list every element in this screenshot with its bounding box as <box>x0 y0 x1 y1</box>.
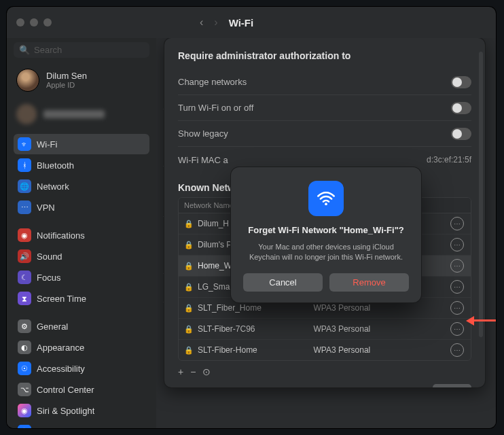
row-more-icon[interactable]: ⋯ <box>450 280 464 294</box>
row-more-icon[interactable]: ⋯ <box>450 301 464 315</box>
nav-controls: ‹ › Wi-Fi <box>200 16 253 29</box>
sidebar-item-controlcenter[interactable]: ⌥ Control Center <box>14 379 149 400</box>
wifi-icon: ᯤ <box>18 137 31 151</box>
row-more-icon[interactable]: ⋯ <box>450 238 464 251</box>
bluetooth-icon: ᚼ <box>18 158 31 172</box>
hourglass-icon: ⧗ <box>18 292 31 305</box>
sidebar-item-siri[interactable]: ◉ Siri & Spotlight <box>14 400 149 421</box>
table-row[interactable]: 🔒SLT-Fiber-7C96WPA3 Personal⋯ <box>179 319 471 340</box>
row-more-icon[interactable]: ⋯ <box>450 343 464 357</box>
back-button[interactable]: ‹ <box>200 16 203 29</box>
family-row[interactable] <box>14 100 149 128</box>
control-icon: ⌥ <box>18 383 31 396</box>
sound-icon: 🔊 <box>18 249 31 263</box>
apple-id-row[interactable]: Dilum Sen Apple ID <box>14 65 149 96</box>
mac-address-value: d:3c:ef:21:5f <box>427 155 471 164</box>
siri-icon: ◉ <box>18 404 31 417</box>
forget-network-dialog: Forget Wi-Fi Network "Home_Wi-Fi"? Your … <box>231 167 421 302</box>
sidebar-item-general[interactable]: ⚙ General <box>14 316 149 336</box>
moon-icon: ☾ <box>18 271 31 284</box>
vpn-icon: ⋯ <box>18 201 31 214</box>
table-row[interactable]: 🔒SLT-Fiber-HomeWPA3 Personal⋯ <box>179 340 471 360</box>
show-legacy-row: Show legacy <box>178 121 471 147</box>
appearance-icon: ◐ <box>18 341 31 354</box>
user-sub: Apple ID <box>46 81 87 89</box>
minimize-window-button[interactable] <box>30 18 38 27</box>
avatar <box>16 69 39 92</box>
close-window-button[interactable] <box>16 18 24 27</box>
row-more-icon[interactable]: ⋯ <box>450 322 464 336</box>
lock-icon: 🔒 <box>184 283 194 292</box>
sidebar-item-vpn[interactable]: ⋯ VPN <box>14 197 149 218</box>
gear-icon: ⚙ <box>18 319 31 333</box>
scrollbar[interactable] <box>479 52 483 337</box>
wifi-icon <box>308 181 344 216</box>
toggle[interactable] <box>451 102 471 114</box>
search-placeholder: Search <box>34 45 62 55</box>
admin-auth-heading: Require administrator authorization to <box>178 50 471 61</box>
hand-icon: ✋ <box>18 425 31 428</box>
table-toolbar: + − ⊙ <box>178 366 471 377</box>
traffic-lights[interactable] <box>16 18 52 27</box>
sidebar-item-bluetooth[interactable]: ᚼ Bluetooth <box>14 155 149 175</box>
forward-button[interactable]: › <box>214 16 217 29</box>
bell-icon: ◉ <box>18 228 31 242</box>
sidebar-item-focus[interactable]: ☾ Focus <box>14 267 149 288</box>
sidebar-item-network[interactable]: 🌐 Network <box>14 176 149 196</box>
dialog-title: Forget Wi-Fi Network "Home_Wi-Fi"? <box>243 224 409 237</box>
sidebar: 🔍 Search Dilum Sen Apple ID ᯤ Wi-Fi ᚼ <box>7 38 156 428</box>
change-networks-row: Change networks <box>178 69 471 95</box>
zoom-window-button[interactable] <box>43 18 52 27</box>
sidebar-item-accessibility[interactable]: ☉ Accessibility <box>14 358 149 379</box>
sidebar-item-privacy[interactable]: ✋ Privacy & Security <box>14 421 149 428</box>
titlebar: ‹ › Wi-Fi <box>7 7 496 38</box>
row-more-icon[interactable]: ⋯ <box>450 259 464 273</box>
cancel-button[interactable]: Cancel <box>243 273 323 292</box>
main-content: 🔒 🔗 🔒 ᯤ ⋯ 🔒 ᯤ ⋯ <box>156 38 496 428</box>
options-button[interactable]: ⊙ <box>202 366 211 377</box>
lock-icon: 🔒 <box>184 220 194 228</box>
globe-icon: 🌐 <box>18 179 31 193</box>
toggle[interactable] <box>451 76 471 88</box>
remove-button-small[interactable]: − <box>190 366 196 377</box>
lock-icon: 🔒 <box>184 241 194 249</box>
sidebar-item-sound[interactable]: 🔊 Sound <box>14 246 149 266</box>
row-more-icon[interactable]: ⋯ <box>450 217 464 230</box>
accessibility-icon: ☉ <box>18 362 31 375</box>
page-title: Wi-Fi <box>229 17 254 29</box>
done-button[interactable]: Done <box>433 384 471 387</box>
search-input[interactable]: 🔍 Search <box>14 42 149 58</box>
lock-icon: 🔒 <box>184 304 194 313</box>
lock-icon: 🔒 <box>184 262 194 271</box>
user-name: Dilum Sen <box>46 71 87 82</box>
sidebar-item-notifications[interactable]: ◉ Notifications <box>14 225 149 245</box>
dialog-message: Your Mac and other devices using iCloud … <box>243 242 409 263</box>
sidebar-item-wifi[interactable]: ᯤ Wi-Fi <box>14 134 149 154</box>
lock-icon: 🔒 <box>184 346 194 355</box>
sidebar-item-screentime[interactable]: ⧗ Screen Time <box>14 288 149 309</box>
search-icon: 🔍 <box>19 45 30 55</box>
svg-point-0 <box>325 203 327 205</box>
remove-button[interactable]: Remove <box>329 273 409 292</box>
lock-icon: 🔒 <box>184 325 194 334</box>
add-button[interactable]: + <box>178 366 183 377</box>
turn-wifi-row: Turn Wi-Fi on or off <box>178 95 471 121</box>
sidebar-item-appearance[interactable]: ◐ Appearance <box>14 337 149 358</box>
toggle[interactable] <box>451 128 471 140</box>
system-settings-window: ‹ › Wi-Fi 🔍 Search Dilum Sen Apple ID <box>7 7 496 428</box>
